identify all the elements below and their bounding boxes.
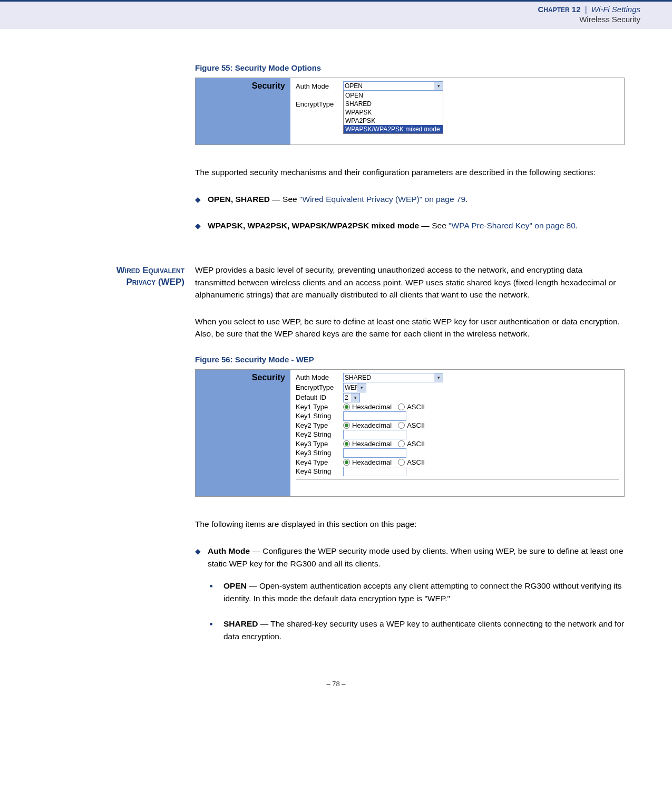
list-item: OPEN, SHARED — See "Wired Equivalent Pri… [208,193,625,206]
chapter-name: Wi-Fi Settings [591,5,640,14]
security-modes-list: OPEN, SHARED — See "Wired Equivalent Pri… [195,193,625,232]
list-item: Auth Mode — Configures the WEP security … [208,545,625,643]
key2-ascii-radio[interactable]: ASCII [398,421,425,429]
chevron-down-icon: ▾ [357,383,366,392]
key1-string-input[interactable] [343,411,406,421]
security-panel-title: Security [252,373,285,493]
list-item: OPEN — Open-system authentication accept… [223,580,625,605]
subsection-name: Wireless Security [0,15,640,24]
figure56-caption: Figure 56: Security Mode - WEP [195,355,625,364]
wpa-link[interactable]: "WPA Pre-Shared Key" on page 80 [449,221,576,230]
intro-paragraph: The supported security mechanisms and th… [195,166,625,178]
figure56-image: Security Auth Mode SHARED▾ EncryptType W… [195,369,625,497]
list-item: SHARED — The shared-key security uses a … [223,618,625,643]
items-list: Auth Mode — Configures the WEP security … [195,545,625,643]
key2-hex-radio[interactable]: Hexadecimal [343,421,392,429]
key1-ascii-radio[interactable]: ASCII [398,403,425,411]
default-id-select[interactable]: 2▾ [343,393,360,402]
separator: | [583,5,589,14]
encrypt-type-label: EncryptType [296,100,343,108]
wep-para2: When you select to use WEP, be sure to d… [195,315,625,340]
auth-mode-dropdown-list[interactable]: OPEN SHARED WPAPSK WPA2PSK WPAPSK/WPA2PS… [343,91,443,134]
key2-string-input[interactable] [343,430,406,439]
page-header: CHAPTER 12 | Wi-Fi Settings Wireless Sec… [0,0,672,29]
page-number: – 78 – [0,664,672,698]
wep-link[interactable]: "Wired Equivalent Privacy (WEP)" on page… [299,195,465,204]
figure55-caption: Figure 55: Security Mode Options [195,63,625,72]
figure55-image: Security Auth Mode OPEN ▾ OPEN SHARED WP… [195,78,625,145]
key3-hex-radio[interactable]: Hexadecimal [343,440,392,448]
wep-para1: WEP provides a basic level of security, … [195,264,625,301]
encrypt-type-select[interactable]: WEP▾ [343,383,366,392]
chevron-down-icon: ▾ [351,393,359,402]
list-item: WPAPSK, WPA2PSK, WPAPSK/WPA2PSK mixed mo… [208,219,625,232]
key3-ascii-radio[interactable]: ASCII [398,440,425,448]
wep-section-heading: Wired Equivalent Privacy (WEP) [32,264,184,288]
key4-string-input[interactable] [343,467,406,476]
auth-mode-select[interactable]: OPEN ▾ [343,81,443,91]
key1-hex-radio[interactable]: Hexadecimal [343,403,392,411]
chevron-down-icon: ▾ [434,82,443,90]
key3-string-input[interactable] [343,448,406,458]
key4-ascii-radio[interactable]: ASCII [398,458,425,466]
items-intro: The following items are displayed in thi… [195,518,625,530]
auth-mode-label: Auth Mode [296,82,343,90]
security-panel-title: Security [252,81,285,141]
chapter-label: CHAPTER 12 [538,5,582,14]
key4-hex-radio[interactable]: Hexadecimal [343,458,392,466]
chevron-down-icon: ▾ [434,373,443,382]
auth-mode-select[interactable]: SHARED▾ [343,373,443,382]
